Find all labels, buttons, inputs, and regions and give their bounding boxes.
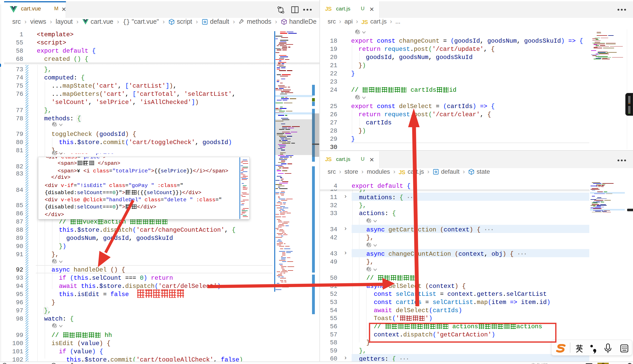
svg-text:(Ta Fl...) ЕИ: (Ta Fl...) ЕИ xyxy=(532,363,547,364)
